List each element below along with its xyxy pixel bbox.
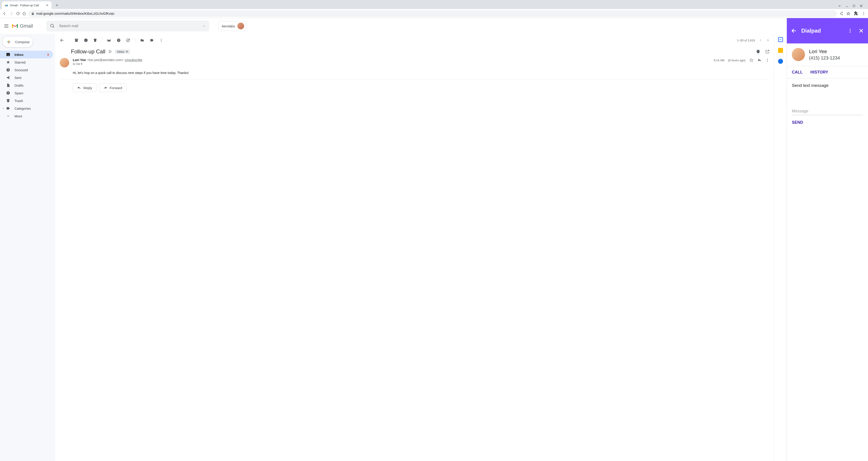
separator [135,38,135,43]
add-to-tasks-icon[interactable] [126,38,130,42]
sidebar-item-trash[interactable]: Trash [0,97,53,105]
search-input[interactable] [59,24,199,28]
subject-inbox-label[interactable]: Inbox✕ [115,50,130,54]
search-bar[interactable] [46,21,209,31]
move-to-icon[interactable] [140,38,145,42]
inbox-icon [6,52,10,57]
window-minimize-icon[interactable] [845,4,848,7]
dialpad-contact-phone: (415) 123-1234 [809,55,840,61]
sidebar-label: Categories [14,107,31,110]
mark-unread-icon[interactable] [106,38,112,42]
sender-name: Lori Yee [73,58,86,62]
dialpad-send-button[interactable]: SEND [787,115,868,130]
dialpad-tab-history[interactable]: HISTORY [810,70,828,75]
window-controls [838,4,866,9]
window-maximize-icon[interactable] [852,4,855,7]
message-more-icon[interactable] [765,58,770,62]
gmail-favicon-icon [4,3,8,7]
dialpad-tab-call[interactable]: CALL [792,70,803,75]
address-bar[interactable]: mail.google.com/mailu/0/#inbox/KtbxLzGLh… [29,10,837,17]
dialpad-back-icon[interactable] [791,28,797,34]
page-prev-icon[interactable] [759,39,762,42]
archive-icon[interactable] [74,38,79,42]
svg-point-19 [850,32,850,33]
page-next-icon[interactable] [766,39,770,42]
gmail-logo-icon [11,23,19,29]
dialpad-close-icon[interactable] [859,28,864,33]
important-marker-icon[interactable] [108,50,113,53]
reply-icon[interactable] [757,58,762,62]
sender-avatar[interactable] [60,58,69,67]
search-icon[interactable] [50,24,55,29]
message-age: (8 hours ago) [728,59,745,62]
recipients-dropdown-icon[interactable]: ▾ [81,62,83,66]
browser-tab[interactable]: Gmail - Follow-up Call [2,1,52,9]
back-to-inbox-icon[interactable] [60,38,65,43]
browser-toolbar: mail.google.com/mailu/0/#inbox/KtbxLzGLh… [0,9,868,18]
svg-point-14 [767,59,768,59]
account-label: Aerolabs [221,24,235,28]
tabs-dropdown-icon[interactable] [838,4,841,8]
clock-icon [6,68,10,72]
gmail-sidebar: Compose Inbox 3 Starred Snoozed Sent Dra… [0,34,55,461]
keep-app-icon[interactable] [778,48,783,53]
forward-button[interactable]: Forward [99,84,126,92]
dialpad-section-title: Send text message [787,79,868,88]
categories-caret-icon[interactable] [1,105,5,112]
browser-menu-icon[interactable] [862,11,866,16]
open-in-new-icon[interactable] [765,50,770,54]
to-line[interactable]: to me ▾ [73,62,143,66]
delete-icon[interactable] [93,38,97,42]
nav-reload-icon[interactable] [16,11,20,16]
window-close-icon[interactable] [860,4,863,8]
labels-icon[interactable] [150,38,154,42]
dialpad-contact-name: Lori Yee [809,49,840,55]
forward-arrow-icon [103,86,107,90]
sidebar-label: Spam [14,91,23,95]
google-apps-side-panel [774,34,786,461]
star-message-icon[interactable] [749,58,754,62]
nav-back-icon[interactable] [2,11,7,16]
label-remove-icon[interactable]: ✕ [126,50,128,53]
calendar-app-icon[interactable] [778,37,783,42]
nav-home-icon[interactable] [22,11,26,16]
dialpad-message-input[interactable] [792,108,863,115]
account-switcher[interactable]: Aerolabs [218,21,246,31]
print-icon[interactable] [756,49,761,54]
svg-point-16 [767,61,768,62]
more-actions-icon[interactable] [159,38,163,42]
sidebar-item-sent[interactable]: Sent [0,74,53,81]
sidebar-item-drafts[interactable]: Drafts [0,81,53,89]
sidebar-item-more[interactable]: More [0,112,53,120]
gmail-logo[interactable]: Gmail [11,23,33,29]
extensions-icon[interactable] [854,11,859,16]
report-spam-icon[interactable] [84,38,88,42]
sidebar-item-categories[interactable]: Categories [0,105,53,112]
dialpad-more-icon[interactable] [848,28,852,33]
compose-button[interactable]: Compose [2,36,33,48]
sidebar-label: Sent [14,76,22,80]
sidebar-item-snoozed[interactable]: Snoozed [0,66,53,74]
dialpad-contact-avatar [792,48,805,61]
bookmark-icon[interactable] [846,11,850,16]
main-menu-icon[interactable] [4,23,9,29]
reply-arrow-icon [77,86,81,90]
unsubscribe-link[interactable]: Unsubscribe [125,58,143,62]
new-tab-button[interactable] [54,2,60,8]
nav-forward-icon [9,11,13,16]
snooze-icon[interactable] [116,38,121,42]
browser-tab-title: Gmail - Follow-up Call [10,4,39,7]
message-pane: 1–50 of 2,619 Follow-up Call Inbox✕ [55,34,774,461]
sidebar-item-starred[interactable]: Starred [0,58,53,66]
share-icon[interactable] [839,11,843,16]
tab-close-icon[interactable] [46,4,49,7]
search-options-icon[interactable] [202,24,206,28]
sidebar-item-spam[interactable]: Spam [0,89,53,97]
svg-point-17 [850,29,850,30]
sidebar-item-inbox[interactable]: Inbox 3 [0,51,53,58]
contacts-app-icon[interactable] [778,59,783,64]
pagination-text: 1–50 of 2,619 [737,39,755,42]
reply-button[interactable]: Reply [73,84,96,92]
dialpad-header: Dialpad [787,18,868,44]
file-icon [6,83,10,88]
